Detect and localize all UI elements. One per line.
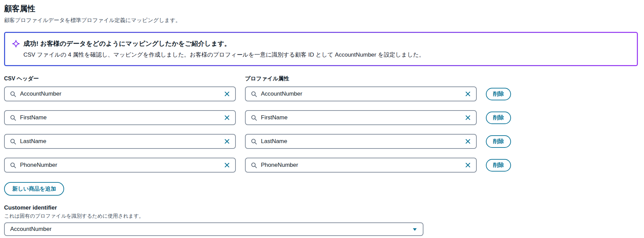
clear-x-icon[interactable]: [465, 115, 471, 121]
delete-button[interactable]: 削除: [486, 135, 511, 148]
delete-button[interactable]: 削除: [486, 88, 511, 100]
profile-attribute-field: [245, 86, 477, 101]
mapping-row: 削除: [4, 158, 638, 173]
customer-identifier-section: Customer identifier これは固有のプロファイルを識別するために…: [4, 204, 638, 236]
profile-attribute-input[interactable]: [261, 138, 461, 145]
profile-attribute-input[interactable]: [261, 114, 461, 121]
banner-title: 成功! お客様のデータをどのようにマッピングしたかをご紹介します。: [23, 39, 231, 48]
delete-button[interactable]: 削除: [486, 159, 511, 172]
add-item-button[interactable]: 新しい商品を追加: [4, 182, 64, 196]
banner-description: CSV ファイルの 4 属性を確認し、マッピングを作成しました。お客様のプロフィ…: [23, 51, 629, 59]
customer-identifier-select[interactable]: AccountNumber: [4, 222, 423, 236]
profile-attribute-field: [245, 134, 477, 149]
search-icon: [251, 115, 257, 121]
search-icon: [10, 138, 16, 145]
clear-x-icon[interactable]: [465, 138, 471, 144]
csv-header-field: [4, 134, 236, 149]
csv-header-input[interactable]: [20, 162, 221, 168]
profile-attribute-input[interactable]: [261, 91, 461, 97]
search-icon: [251, 138, 257, 145]
clear-x-icon[interactable]: [465, 162, 471, 168]
clear-x-icon[interactable]: [224, 138, 230, 144]
search-icon: [251, 162, 257, 168]
search-icon: [10, 91, 16, 97]
mapping-rows: 削除: [4, 86, 638, 173]
csv-header-field: [4, 86, 236, 101]
customer-identifier-selected-value: AccountNumber: [10, 226, 52, 233]
csv-header-column-label: CSV ヘッダー: [4, 75, 245, 82]
clear-x-icon[interactable]: [224, 162, 230, 168]
search-icon: [10, 115, 16, 121]
page-subtitle: 顧客プロファイルデータを標準プロファイル定義にマッピングします。: [4, 17, 638, 24]
csv-header-input[interactable]: [20, 91, 221, 97]
delete-button[interactable]: 削除: [486, 112, 511, 124]
customer-identifier-description: これは固有のプロファイルを識別するために使用されます。: [4, 213, 638, 219]
clear-x-icon[interactable]: [465, 91, 471, 97]
customer-attributes-page: 顧客属性 顧客プロファイルデータを標準プロファイル定義にマッピングします。 成功…: [0, 0, 644, 236]
mapping-row: 削除: [4, 86, 638, 101]
clear-x-icon[interactable]: [224, 91, 230, 97]
search-icon: [10, 162, 16, 168]
mapping-row: 削除: [4, 134, 638, 149]
csv-header-field: [4, 110, 236, 125]
sparkle-icon: [12, 40, 20, 48]
customer-identifier-label: Customer identifier: [4, 204, 638, 211]
clear-x-icon[interactable]: [224, 115, 230, 121]
search-icon: [251, 91, 257, 97]
csv-header-field: [4, 158, 236, 173]
caret-down-icon: [412, 227, 417, 232]
success-banner-body: 成功! お客様のデータをどのようにマッピングしたかをご紹介します。 CSV ファ…: [5, 33, 637, 65]
success-banner: 成功! お客様のデータをどのようにマッピングしたかをご紹介します。 CSV ファ…: [4, 32, 638, 66]
profile-attribute-column-label: プロファイル属性: [245, 75, 289, 82]
csv-header-input[interactable]: [20, 114, 221, 121]
profile-attribute-field: [245, 110, 477, 125]
csv-header-input[interactable]: [20, 138, 221, 145]
page-title: 顧客属性: [4, 3, 638, 14]
column-headers: CSV ヘッダー プロファイル属性: [4, 75, 638, 82]
profile-attribute-field: [245, 158, 477, 173]
profile-attribute-input[interactable]: [261, 162, 461, 168]
mapping-row: 削除: [4, 110, 638, 125]
